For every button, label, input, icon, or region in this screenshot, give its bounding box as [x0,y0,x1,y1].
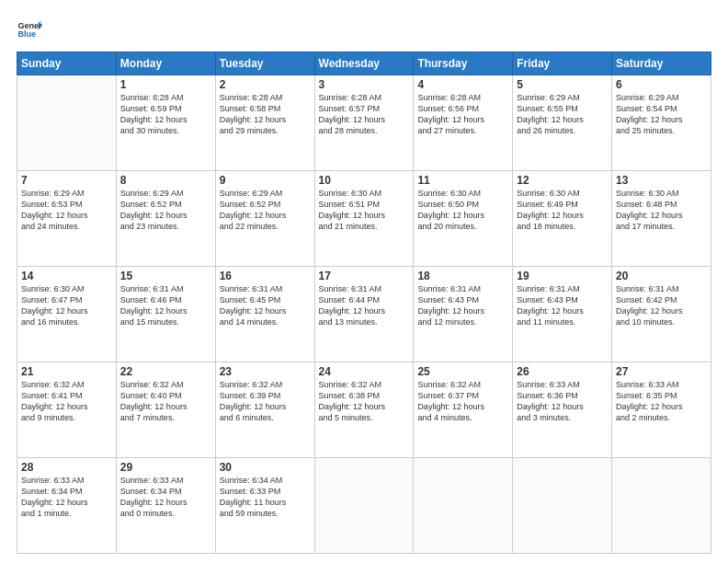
calendar-week-row: 1Sunrise: 6:28 AM Sunset: 6:59 PM Daylig… [17,75,711,171]
day-number: 18 [417,270,508,282]
day-info: Sunrise: 6:32 AM Sunset: 6:39 PM Dayligh… [220,379,311,424]
calendar-cell: 30Sunrise: 6:34 AM Sunset: 6:33 PM Dayli… [215,458,314,554]
calendar-cell: 12Sunrise: 6:30 AM Sunset: 6:49 PM Dayli… [513,171,612,267]
calendar-cell [612,458,711,554]
day-info: Sunrise: 6:29 AM Sunset: 6:53 PM Dayligh… [21,188,112,233]
day-number: 10 [319,174,410,187]
calendar-cell: 28Sunrise: 6:33 AM Sunset: 6:34 PM Dayli… [17,458,117,554]
page-header: General Blue [17,17,711,42]
day-number: 20 [616,270,707,282]
day-info: Sunrise: 6:32 AM Sunset: 6:41 PM Dayligh… [21,379,112,424]
day-number: 9 [220,174,311,187]
calendar-day-header: Wednesday [314,52,414,75]
calendar-cell: 14Sunrise: 6:30 AM Sunset: 6:47 PM Dayli… [17,267,117,362]
calendar-cell: 18Sunrise: 6:31 AM Sunset: 6:43 PM Dayli… [414,267,513,362]
calendar-cell: 10Sunrise: 6:30 AM Sunset: 6:51 PM Dayli… [314,171,414,267]
day-number: 23 [220,365,311,378]
day-info: Sunrise: 6:31 AM Sunset: 6:46 PM Dayligh… [120,283,211,328]
day-info: Sunrise: 6:30 AM Sunset: 6:50 PM Dayligh… [417,188,508,233]
day-number: 24 [319,365,410,378]
day-info: Sunrise: 6:34 AM Sunset: 6:33 PM Dayligh… [220,475,311,520]
calendar-week-row: 28Sunrise: 6:33 AM Sunset: 6:34 PM Dayli… [17,458,711,554]
day-info: Sunrise: 6:28 AM Sunset: 6:59 PM Dayligh… [120,92,211,137]
day-number: 8 [120,174,211,187]
day-number: 21 [21,365,112,378]
day-number: 19 [517,270,608,282]
calendar-cell: 11Sunrise: 6:30 AM Sunset: 6:50 PM Dayli… [414,171,513,267]
day-info: Sunrise: 6:31 AM Sunset: 6:43 PM Dayligh… [417,283,508,328]
calendar-cell: 15Sunrise: 6:31 AM Sunset: 6:46 PM Dayli… [116,267,215,362]
calendar-cell: 23Sunrise: 6:32 AM Sunset: 6:39 PM Dayli… [215,362,314,458]
calendar-day-header: Friday [513,52,612,75]
day-info: Sunrise: 6:30 AM Sunset: 6:47 PM Dayligh… [21,283,112,328]
day-info: Sunrise: 6:32 AM Sunset: 6:37 PM Dayligh… [417,379,508,424]
day-info: Sunrise: 6:31 AM Sunset: 6:42 PM Dayligh… [616,283,707,328]
day-info: Sunrise: 6:33 AM Sunset: 6:34 PM Dayligh… [21,475,112,520]
calendar-cell: 2Sunrise: 6:28 AM Sunset: 6:58 PM Daylig… [215,75,314,171]
calendar-cell: 29Sunrise: 6:33 AM Sunset: 6:34 PM Dayli… [116,458,215,554]
calendar-cell [513,458,612,554]
day-info: Sunrise: 6:29 AM Sunset: 6:54 PM Dayligh… [616,92,707,137]
day-info: Sunrise: 6:31 AM Sunset: 6:44 PM Dayligh… [319,283,410,328]
day-info: Sunrise: 6:30 AM Sunset: 6:48 PM Dayligh… [616,188,707,233]
calendar-cell: 25Sunrise: 6:32 AM Sunset: 6:37 PM Dayli… [414,362,513,458]
calendar-header-row: SundayMondayTuesdayWednesdayThursdayFrid… [17,52,711,75]
calendar-cell [314,458,414,554]
day-number: 1 [120,78,211,91]
day-number: 3 [319,78,410,91]
calendar-cell: 20Sunrise: 6:31 AM Sunset: 6:42 PM Dayli… [612,267,711,362]
day-info: Sunrise: 6:29 AM Sunset: 6:55 PM Dayligh… [517,92,608,137]
calendar-day-header: Sunday [17,52,117,75]
day-number: 7 [21,174,112,187]
calendar-cell: 16Sunrise: 6:31 AM Sunset: 6:45 PM Dayli… [215,267,314,362]
day-number: 25 [417,365,508,378]
day-number: 12 [517,174,608,187]
day-info: Sunrise: 6:33 AM Sunset: 6:34 PM Dayligh… [120,475,211,520]
calendar-cell [17,75,117,171]
calendar-week-row: 7Sunrise: 6:29 AM Sunset: 6:53 PM Daylig… [17,171,711,267]
calendar-day-header: Saturday [612,52,711,75]
calendar-cell: 24Sunrise: 6:32 AM Sunset: 6:38 PM Dayli… [314,362,414,458]
day-info: Sunrise: 6:33 AM Sunset: 6:36 PM Dayligh… [517,379,608,424]
calendar-day-header: Tuesday [215,52,314,75]
day-number: 15 [120,270,211,282]
calendar-cell: 21Sunrise: 6:32 AM Sunset: 6:41 PM Dayli… [17,362,117,458]
calendar-cell: 22Sunrise: 6:32 AM Sunset: 6:40 PM Dayli… [116,362,215,458]
day-info: Sunrise: 6:30 AM Sunset: 6:49 PM Dayligh… [517,188,608,233]
calendar-cell: 13Sunrise: 6:30 AM Sunset: 6:48 PM Dayli… [612,171,711,267]
day-number: 27 [616,365,707,378]
logo-icon: General Blue [17,17,42,42]
calendar-week-row: 14Sunrise: 6:30 AM Sunset: 6:47 PM Dayli… [17,267,711,362]
calendar-cell: 1Sunrise: 6:28 AM Sunset: 6:59 PM Daylig… [116,75,215,171]
calendar-cell: 17Sunrise: 6:31 AM Sunset: 6:44 PM Dayli… [314,267,414,362]
day-info: Sunrise: 6:28 AM Sunset: 6:58 PM Dayligh… [220,92,311,137]
day-number: 30 [220,461,311,474]
logo: General Blue [17,17,42,42]
day-info: Sunrise: 6:31 AM Sunset: 6:43 PM Dayligh… [517,283,608,328]
day-number: 28 [21,461,112,474]
calendar-cell: 27Sunrise: 6:33 AM Sunset: 6:35 PM Dayli… [612,362,711,458]
day-number: 4 [417,78,508,91]
day-number: 26 [517,365,608,378]
day-number: 5 [517,78,608,91]
calendar-cell: 26Sunrise: 6:33 AM Sunset: 6:36 PM Dayli… [513,362,612,458]
day-number: 22 [120,365,211,378]
day-info: Sunrise: 6:32 AM Sunset: 6:38 PM Dayligh… [319,379,410,424]
calendar-cell: 7Sunrise: 6:29 AM Sunset: 6:53 PM Daylig… [17,171,117,267]
calendar-cell: 8Sunrise: 6:29 AM Sunset: 6:52 PM Daylig… [116,171,215,267]
day-info: Sunrise: 6:32 AM Sunset: 6:40 PM Dayligh… [120,379,211,424]
calendar-week-row: 21Sunrise: 6:32 AM Sunset: 6:41 PM Dayli… [17,362,711,458]
day-number: 16 [220,270,311,282]
calendar-cell: 6Sunrise: 6:29 AM Sunset: 6:54 PM Daylig… [612,75,711,171]
calendar-table: SundayMondayTuesdayWednesdayThursdayFrid… [17,52,711,554]
calendar-cell: 19Sunrise: 6:31 AM Sunset: 6:43 PM Dayli… [513,267,612,362]
calendar-cell: 9Sunrise: 6:29 AM Sunset: 6:52 PM Daylig… [215,171,314,267]
calendar-cell: 3Sunrise: 6:28 AM Sunset: 6:57 PM Daylig… [314,75,414,171]
calendar-cell: 5Sunrise: 6:29 AM Sunset: 6:55 PM Daylig… [513,75,612,171]
calendar-day-header: Thursday [414,52,513,75]
day-number: 14 [21,270,112,282]
day-number: 6 [616,78,707,91]
day-number: 2 [220,78,311,91]
day-info: Sunrise: 6:30 AM Sunset: 6:51 PM Dayligh… [319,188,410,233]
calendar-cell [414,458,513,554]
